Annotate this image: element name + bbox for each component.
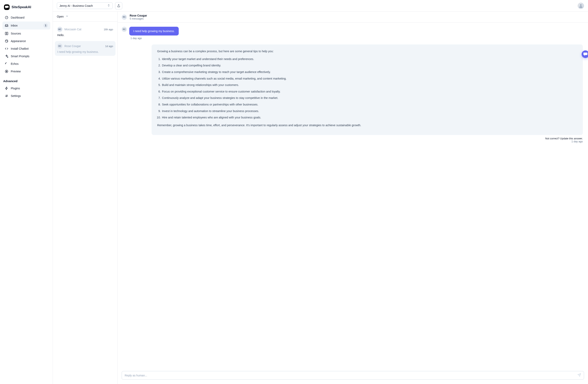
user-initials: RC (122, 27, 127, 32)
bot-step: Build and maintain strong relationships … (162, 82, 577, 87)
conversation-initials: MC (57, 27, 63, 32)
nav-appearance[interactable]: Appearance (2, 38, 50, 45)
svg-point-8 (6, 96, 7, 97)
svg-point-2 (6, 40, 6, 41)
composer (122, 371, 584, 380)
nav-section-advanced: Advanced (2, 75, 50, 84)
bot-intro: Growing a business can be a complex proc… (157, 49, 577, 54)
brand[interactable]: SiteSpeakAI (2, 2, 50, 14)
svg-point-5 (5, 64, 6, 64)
conversation-time: 16h ago (104, 28, 113, 31)
nav-settings[interactable]: Settings (2, 92, 50, 100)
thread-title: Rose Cougar (130, 14, 147, 17)
conversation-preview: Hello. (57, 34, 113, 37)
bot-steps-list: Identify your target market and understa… (162, 57, 577, 120)
conversation-initials: RC (57, 43, 63, 49)
conversation-item[interactable]: RCRose Cougar1d agoI need help growing m… (55, 41, 115, 56)
svg-point-9 (580, 4, 581, 6)
chevrons-up-down-icon (107, 4, 110, 7)
bot-step: Develop a clear and compelling brand ide… (162, 63, 577, 68)
nav-label: Dashboard (11, 16, 24, 19)
bot-step: Identify your target market and understa… (162, 57, 577, 61)
nav-label: Settings (11, 94, 21, 98)
conversation-name: Rose Cougar (64, 44, 81, 48)
inbox-badge: 1 (43, 23, 48, 28)
send-button[interactable] (577, 373, 581, 377)
nav-label: Appearance (11, 40, 26, 43)
svg-point-7 (7, 95, 7, 96)
conversation-filter[interactable]: Open (53, 12, 118, 21)
share-button[interactable] (115, 2, 122, 9)
nav-label: Preview (11, 70, 21, 73)
send-icon (577, 373, 581, 377)
user-avatar[interactable] (578, 2, 584, 9)
bot-step: Hire and retain talented employees who a… (162, 115, 577, 120)
conversation-preview: I need help growing my business. (57, 50, 113, 53)
conversation-item[interactable]: MCMoccasin Cat16h agoHello. (55, 24, 115, 39)
svg-point-1 (5, 40, 8, 42)
bot-outro: Remember, growing a business takes time,… (157, 123, 577, 128)
brand-name: SiteSpeakAI (12, 5, 31, 9)
inbox-icon (5, 24, 8, 27)
nav-dashboard[interactable]: Dashboard (2, 14, 50, 21)
svg-point-4 (7, 41, 7, 42)
play-circle-icon (5, 70, 8, 73)
nav-label: Smart Prompts (11, 55, 29, 58)
bot-step: Create a comprehensive marketing strateg… (162, 70, 577, 75)
user-message-bubble: I need help growing my business. (129, 27, 179, 36)
nav-smart-prompts[interactable]: Smart Prompts (2, 53, 50, 60)
user-message-time: 1 day ago (130, 37, 583, 40)
thread-initials: RC (122, 15, 127, 20)
bolt-icon (5, 86, 8, 90)
nav-label: Inbox (11, 24, 18, 27)
update-answer-link[interactable]: Not correct? Update this answer. (545, 137, 583, 140)
nav-label: Plugins (11, 87, 20, 90)
thread: RC Rose Cougar 5 messages RC I need help… (118, 12, 588, 384)
book-icon (5, 32, 8, 35)
bot-message-time: 1 day ago (571, 140, 583, 143)
help-bubble[interactable] (582, 50, 588, 58)
share-icon (117, 4, 120, 7)
bot-step: Invest in technology and automation to s… (162, 109, 577, 114)
conversation-name: Moccasin Cat (64, 28, 81, 31)
filter-label: Open (57, 15, 64, 18)
nav-inbox[interactable]: Inbox 1 (2, 21, 50, 29)
user-message-row: RC I need help growing my business. (122, 27, 583, 36)
nav-label: Echos (11, 62, 19, 65)
conversation-time: 1d ago (105, 45, 113, 48)
nav-sources[interactable]: Sources (2, 30, 50, 37)
chatbot-selector[interactable]: Jenny AI - Business Coach (57, 2, 113, 9)
avatar-icon (579, 4, 583, 8)
bot-message-bubble: Growing a business can be a complex proc… (152, 44, 583, 135)
thread-subtitle: 5 messages (130, 17, 147, 20)
chevron-down-icon (66, 15, 68, 18)
thread-header: RC Rose Cougar 5 messages (118, 12, 588, 23)
palette-icon (5, 39, 8, 43)
sparkles-icon (5, 54, 8, 58)
sliders-icon (5, 94, 8, 98)
reply-input[interactable] (125, 374, 577, 377)
brand-logo-icon (4, 4, 10, 10)
conversation-list: Open MCMoccasin Cat16h agoHello.RCRose C… (53, 12, 118, 384)
nav-install-chatbot[interactable]: Install Chatbot (2, 45, 50, 52)
code-icon (5, 47, 8, 50)
sidebar: SiteSpeakAI Dashboard Inbox 1 Sources Ap… (0, 0, 53, 384)
chatbot-selector-label: Jenny AI - Business Coach (60, 4, 93, 7)
gauge-icon (5, 16, 8, 19)
topbar: Jenny AI - Business Coach (53, 0, 588, 12)
bot-step: Continuously analyze and adapt your busi… (162, 96, 577, 101)
svg-point-3 (7, 40, 7, 41)
nav-label: Sources (11, 32, 21, 35)
bot-step: Utilize various marketing channels such … (162, 76, 577, 81)
signal-icon (5, 62, 8, 66)
nav-preview[interactable]: Preview (2, 68, 50, 75)
nav-echos[interactable]: Echos (2, 60, 50, 67)
bot-step: Seek opportunities for collaborations or… (162, 102, 577, 107)
nav-label: Install Chatbot (11, 47, 29, 50)
nav-plugins[interactable]: Plugins (2, 85, 50, 92)
chat-icon (583, 52, 588, 56)
bot-step: Focus on providing exceptional customer … (162, 89, 577, 94)
